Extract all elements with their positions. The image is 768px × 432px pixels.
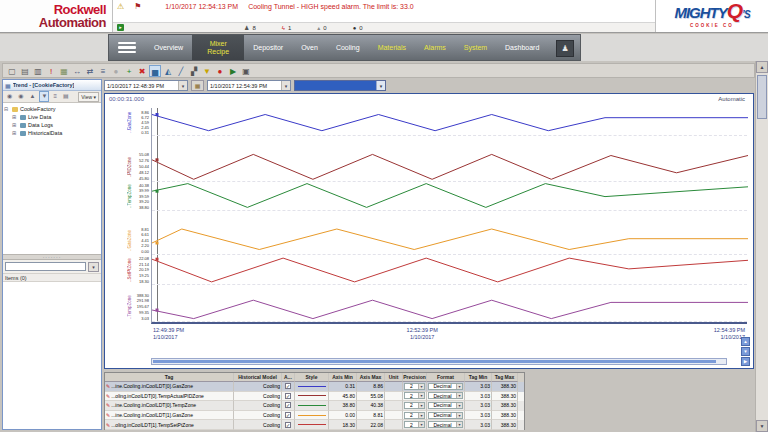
active-alarms-count[interactable]: ϟ1: [282, 24, 292, 31]
expander-icon[interactable]: ⊞: [12, 130, 18, 136]
scroll-up-icon[interactable]: ▲: [756, 61, 768, 73]
chart-line-icon[interactable]: ╱: [175, 65, 187, 77]
remove-pen-icon[interactable]: ✖: [136, 65, 148, 77]
compare-icon[interactable]: ⇄: [84, 65, 96, 77]
pen-visible-cell[interactable]: ✓: [282, 392, 295, 402]
precision-dropdown-icon[interactable]: ▾: [418, 403, 424, 408]
chart-scroll-right-icon[interactable]: ▶: [741, 357, 750, 366]
format-dropdown-icon[interactable]: ▾: [456, 413, 462, 418]
checkbox-icon[interactable]: ✓: [285, 402, 291, 408]
operators-count[interactable]: ♟8: [244, 24, 256, 31]
diagnostics-icon[interactable]: ▸: [117, 24, 124, 31]
expander-icon[interactable]: ⊞: [12, 122, 18, 128]
tree-root[interactable]: ⊟CookieFactory: [4, 105, 100, 113]
format-combo[interactable]: Decimal▾: [428, 412, 463, 419]
legend-header-style[interactable]: Style: [295, 373, 329, 382]
start-time-field[interactable]: 1/10/2017 12:48:39 PM ▾: [104, 80, 188, 91]
chart-scroll-down-icon[interactable]: ▼: [741, 347, 750, 356]
menu-hamburger-icon[interactable]: [109, 35, 145, 60]
start-time-dropdown-icon[interactable]: ▾: [178, 81, 187, 90]
legend-header-format[interactable]: Format: [427, 373, 465, 382]
plot-area[interactable]: [151, 108, 747, 324]
chart-h-scrollbar[interactable]: [151, 358, 727, 365]
tab-oven[interactable]: Oven: [292, 35, 327, 60]
suppressed-alarms-count[interactable]: ▴0: [317, 24, 326, 31]
tab-overview[interactable]: Overview: [145, 35, 192, 60]
tag-search-input[interactable]: [5, 262, 86, 271]
legend-header-a-[interactable]: A...: [282, 373, 295, 382]
format-combo[interactable]: Decimal▾: [428, 402, 463, 409]
scroll-thumb[interactable]: [757, 75, 767, 119]
alarm-row[interactable]: ⚠ ⚑ 1/10/2017 12:54:13 PM Cooling Tunnel…: [113, 0, 655, 22]
calendar-icon[interactable]: ▦: [191, 80, 204, 91]
legend-row-1[interactable]: ✎...oling.inCoolLDT[0].TempActualPIDZone…: [105, 392, 524, 402]
tree-item-data-logs[interactable]: ⊞Data Logs: [4, 121, 100, 129]
end-time-field[interactable]: 1/10/2017 12:54:39 PM ▾: [207, 80, 291, 91]
up-icon[interactable]: ▲: [28, 91, 38, 102]
print-icon[interactable]: ▤: [19, 65, 31, 77]
precision-combo[interactable]: 2▾: [404, 412, 425, 419]
expander-icon[interactable]: ⊟: [4, 106, 10, 112]
export-icon[interactable]: ▥: [32, 65, 44, 77]
marker-icon[interactable]: ▼: [201, 65, 213, 77]
precision-dropdown-icon[interactable]: ▾: [418, 413, 424, 418]
explorer-title-tab[interactable]: ▦ Trend - [CookieFactory]: [3, 80, 101, 91]
precision-combo[interactable]: 2▾: [404, 383, 425, 390]
tag-search-button[interactable]: ▾: [88, 262, 99, 272]
details-view-icon[interactable]: ▤: [61, 91, 71, 102]
legend-header-unit[interactable]: Unit: [385, 373, 403, 382]
alarm-ack-icon[interactable]: ⚑: [134, 2, 141, 11]
legend-header-historical-model[interactable]: Historical Model: [234, 373, 282, 382]
pen-visible-cell[interactable]: ✓: [282, 401, 295, 411]
legend-row-2[interactable]: ✎...ine.Cooling.inCoolLDT[0].TempZoneCoo…: [105, 401, 524, 411]
expander-icon[interactable]: ⊞: [12, 114, 18, 120]
app-v-scrollbar[interactable]: ▲ ▼: [755, 61, 768, 432]
chart-scroll-up-icon[interactable]: ▲: [741, 337, 750, 346]
tab-alarms[interactable]: Alarms: [415, 35, 455, 60]
legend-header-axis-max[interactable]: Axis Max: [357, 373, 385, 382]
add-pen-icon[interactable]: +: [123, 65, 135, 77]
checkbox-icon[interactable]: ✓: [285, 383, 291, 389]
login-user-icon[interactable]: ♟: [556, 40, 574, 57]
precision-combo[interactable]: 2▾: [404, 421, 425, 428]
tab-dashboard[interactable]: Dashboard: [496, 35, 548, 60]
legend-header-tag[interactable]: Tag: [105, 373, 234, 382]
time-range-combo[interactable]: ▾: [294, 80, 386, 91]
hierarchy-icon[interactable]: ≡: [97, 65, 109, 77]
checkbox-icon[interactable]: ✓: [285, 412, 291, 418]
format-dropdown-icon[interactable]: ▾: [456, 403, 462, 408]
checkbox-icon[interactable]: ✓: [285, 393, 291, 399]
tab-depositor[interactable]: Depositor: [244, 35, 292, 60]
checkbox-icon[interactable]: ✓: [285, 422, 291, 428]
trend-chart[interactable]: 00:00:31.000 Automatic ..GasZone8.866.72…: [104, 93, 754, 369]
list-view-icon[interactable]: ≡: [51, 91, 59, 102]
format-combo[interactable]: Decimal▾: [428, 421, 463, 428]
format-dropdown-icon[interactable]: ▾: [456, 422, 462, 427]
format-combo[interactable]: Decimal▾: [428, 392, 463, 399]
chart-h-scrollbar-thumb[interactable]: [153, 360, 716, 363]
precision-combo[interactable]: 2▾: [404, 402, 425, 409]
scroll-down-icon[interactable]: ▼: [756, 420, 768, 432]
chart-area-icon[interactable]: ◭: [162, 65, 174, 77]
tab-system[interactable]: System: [455, 35, 496, 60]
precision-dropdown-icon[interactable]: ▾: [418, 422, 424, 427]
alarm-note-icon[interactable]: !: [45, 65, 57, 77]
new-trend-icon[interactable]: ▢: [6, 65, 18, 77]
chart-bar-icon[interactable]: ▅: [149, 65, 161, 77]
items-list[interactable]: [3, 282, 101, 429]
legend-row-4[interactable]: ✎...oling.inCoolLDT[1].TempSetPtZoneCool…: [105, 420, 524, 430]
legend-header-axis-min[interactable]: Axis Min: [329, 373, 357, 382]
legend-header-tag-max[interactable]: Tag Max: [492, 373, 518, 382]
shelved-alarms-count[interactable]: ●0: [353, 24, 363, 31]
image-icon[interactable]: ▦: [58, 65, 70, 77]
crop-icon[interactable]: ▞: [188, 65, 200, 77]
format-combo[interactable]: Decimal▾: [428, 383, 463, 390]
stop-icon[interactable]: ●: [110, 65, 122, 77]
fit-width-icon[interactable]: ↔: [71, 65, 83, 77]
time-range-dropdown-icon[interactable]: ▾: [376, 81, 385, 90]
view-dropdown[interactable]: View ▾: [78, 92, 99, 102]
back-icon[interactable]: ◉: [5, 91, 14, 102]
format-dropdown-icon[interactable]: ▾: [456, 393, 462, 398]
precision-combo[interactable]: 2▾: [404, 392, 425, 399]
legend-header-precision[interactable]: Precision: [403, 373, 427, 382]
